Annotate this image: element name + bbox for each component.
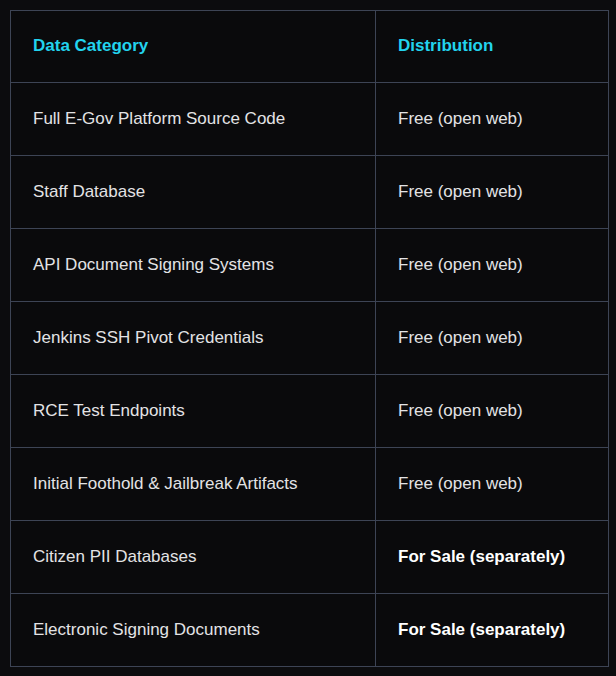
header-row: Data Category Distribution (11, 11, 609, 83)
table-row: Staff Database Free (open web) (11, 156, 609, 229)
column-header-distribution: Distribution (376, 11, 609, 83)
table-body: Full E-Gov Platform Source Code Free (op… (11, 83, 609, 667)
category-cell: API Document Signing Systems (11, 229, 376, 302)
table-row: Electronic Signing Documents For Sale (s… (11, 594, 609, 667)
column-header-data-category: Data Category (11, 11, 376, 83)
table-row: Jenkins SSH Pivot Credentials Free (open… (11, 302, 609, 375)
category-cell: Jenkins SSH Pivot Credentials (11, 302, 376, 375)
table-row: Full E-Gov Platform Source Code Free (op… (11, 83, 609, 156)
category-cell: Citizen PII Databases (11, 521, 376, 594)
table-row: Initial Foothold & Jailbreak Artifacts F… (11, 448, 609, 521)
distribution-cell: For Sale (separately) (376, 521, 609, 594)
distribution-cell: Free (open web) (376, 229, 609, 302)
category-cell: Electronic Signing Documents (11, 594, 376, 667)
category-cell: Full E-Gov Platform Source Code (11, 83, 376, 156)
distribution-cell: Free (open web) (376, 302, 609, 375)
page-background: Data Category Distribution Full E-Gov Pl… (0, 0, 616, 676)
distribution-cell: Free (open web) (376, 375, 609, 448)
table-row: Citizen PII Databases For Sale (separate… (11, 521, 609, 594)
table-row: API Document Signing Systems Free (open … (11, 229, 609, 302)
distribution-cell: Free (open web) (376, 83, 609, 156)
data-distribution-table: Data Category Distribution Full E-Gov Pl… (10, 10, 609, 667)
distribution-cell: Free (open web) (376, 156, 609, 229)
category-cell: RCE Test Endpoints (11, 375, 376, 448)
distribution-cell: Free (open web) (376, 448, 609, 521)
category-cell: Staff Database (11, 156, 376, 229)
distribution-cell: For Sale (separately) (376, 594, 609, 667)
category-cell: Initial Foothold & Jailbreak Artifacts (11, 448, 376, 521)
table-row: RCE Test Endpoints Free (open web) (11, 375, 609, 448)
table-header: Data Category Distribution (11, 11, 609, 83)
